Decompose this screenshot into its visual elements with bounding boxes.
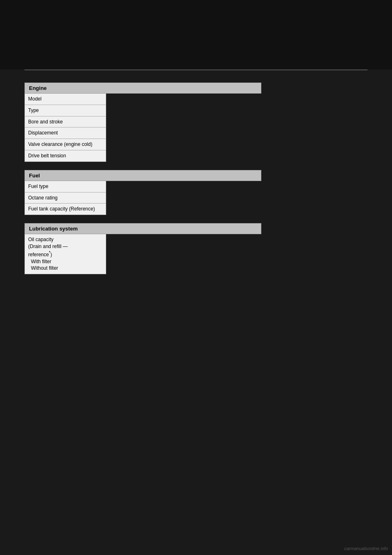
engine-row-model: Model [28,96,42,102]
engine-row-displacement: Displacement [28,130,58,136]
lubrication-section-header: Lubrication system [24,223,261,234]
divider-line [24,69,368,70]
fuel-section-body: Fuel type Octane rating Fuel tank capaci… [24,181,106,215]
engine-section-header: Engine [24,83,261,94]
table-row: Bore and stroke [25,116,106,128]
top-bar [0,0,392,69]
fuel-row-type: Fuel type [28,184,48,189]
engine-row-valve-clearance: Valve clearance (engine cold) [28,141,92,147]
main-content: Engine Model Type Bore and stroke Displa… [0,74,392,291]
engine-section: Engine Model Type Bore and stroke Displa… [24,83,261,162]
engine-header-label: Engine [29,85,47,91]
fuel-section: Fuel Fuel type Octane rating Fuel tank c… [24,170,261,215]
engine-row-bore-stroke: Bore and stroke [28,119,63,125]
lubrication-header-label: Lubrication system [29,226,78,232]
fuel-row-octane: Octane rating [28,195,58,201]
watermark-text: carmanualsonline.info [344,546,388,551]
lubrication-section-body: Oil capacity (Drain and refill — referen… [24,234,106,274]
table-row: Oil capacity (Drain and refill — referen… [25,234,106,274]
table-row: Drive belt tension [25,150,106,161]
table-row: Fuel tank capacity (Reference) [25,204,106,215]
watermark: carmanualsonline.info [344,546,388,551]
table-row: Displacement [25,128,106,139]
lubrication-row-oil-capacity: Oil capacity (Drain and refill — referen… [28,237,68,271]
engine-row-type: Type [28,107,39,113]
table-row: Octane rating [25,192,106,204]
table-row: Type [25,105,106,116]
table-row: Model [25,94,106,105]
fuel-section-header: Fuel [24,170,261,181]
fuel-header-label: Fuel [29,172,40,179]
lubrication-section: Lubrication system Oil capacity (Drain a… [24,223,261,274]
engine-section-body: Model Type Bore and stroke Displacement … [24,94,106,162]
table-row: Valve clearance (engine cold) [25,139,106,150]
table-row: Fuel type [25,181,106,192]
engine-row-drive-belt: Drive belt tension [28,153,66,159]
fuel-row-tank-capacity: Fuel tank capacity (Reference) [28,206,95,212]
page: Engine Model Type Bore and stroke Displa… [0,0,392,555]
